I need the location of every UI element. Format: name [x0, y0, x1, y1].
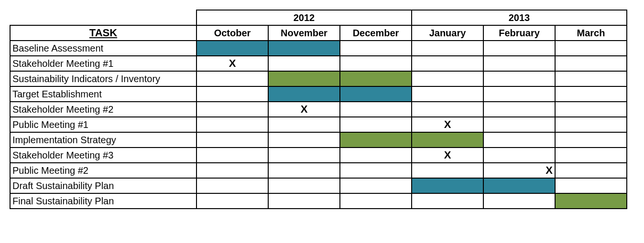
task-label: Final Sustainability Plan	[10, 193, 196, 209]
gantt-cell	[196, 117, 268, 132]
table-row: Public Meeting #2X	[10, 163, 627, 178]
table-row: Final Sustainability Plan	[10, 193, 627, 209]
table-row: Target Establishment	[10, 86, 627, 102]
gantt-cell	[268, 178, 340, 193]
gantt-cell	[412, 56, 483, 71]
gantt-cell: X	[196, 56, 268, 71]
gantt-cell	[555, 148, 627, 163]
month-november: November	[268, 25, 340, 41]
gantt-cell: X	[483, 163, 555, 178]
year-2013: 2013	[412, 10, 627, 25]
gantt-cell	[340, 178, 412, 193]
gantt-cell: X	[412, 148, 483, 163]
gantt-cell	[483, 132, 555, 148]
gantt-cell	[555, 132, 627, 148]
gantt-cell	[555, 102, 627, 117]
gantt-cell	[483, 117, 555, 132]
blank-top-left	[10, 10, 196, 25]
gantt-body: Baseline AssessmentStakeholder Meeting #…	[10, 41, 627, 209]
gantt-cell	[483, 71, 555, 86]
gantt-cell	[196, 132, 268, 148]
table-row: Public Meeting #1X	[10, 117, 627, 132]
gantt-cell	[483, 178, 555, 193]
gantt-cell	[412, 86, 483, 102]
gantt-cell	[268, 71, 340, 86]
gantt-cell	[483, 86, 555, 102]
task-label: Public Meeting #1	[10, 117, 196, 132]
gantt-cell	[340, 132, 412, 148]
gantt-cell	[483, 148, 555, 163]
gantt-cell	[555, 86, 627, 102]
gantt-cell	[196, 86, 268, 102]
gantt-cell	[483, 193, 555, 209]
gantt-cell	[268, 41, 340, 56]
gantt-cell	[412, 71, 483, 86]
gantt-cell	[412, 41, 483, 56]
gantt-cell	[196, 163, 268, 178]
gantt-cell	[340, 102, 412, 117]
month-october: October	[196, 25, 268, 41]
gantt-cell	[555, 117, 627, 132]
gantt-cell	[340, 148, 412, 163]
gantt-cell	[268, 193, 340, 209]
table-row: Draft Sustainability Plan	[10, 178, 627, 193]
table-row: Stakeholder Meeting #3X	[10, 148, 627, 163]
gantt-cell	[412, 102, 483, 117]
gantt-cell	[196, 178, 268, 193]
gantt-cell	[340, 117, 412, 132]
task-label: Stakeholder Meeting #2	[10, 102, 196, 117]
gantt-cell	[555, 178, 627, 193]
month-march: March	[555, 25, 627, 41]
gantt-cell	[412, 178, 483, 193]
gantt-cell	[268, 148, 340, 163]
gantt-cell	[555, 56, 627, 71]
gantt-table: 2012 2013 TASK October November December…	[10, 10, 627, 209]
gantt-cell	[483, 41, 555, 56]
gantt-cell	[196, 148, 268, 163]
gantt-cell	[340, 163, 412, 178]
gantt-cell	[196, 71, 268, 86]
gantt-cell	[340, 71, 412, 86]
gantt-cell	[340, 56, 412, 71]
task-label: Public Meeting #2	[10, 163, 196, 178]
gantt-cell: X	[412, 117, 483, 132]
gantt-cell	[196, 193, 268, 209]
gantt-cell	[412, 163, 483, 178]
month-january: January	[412, 25, 483, 41]
year-header-row: 2012 2013	[10, 10, 627, 25]
gantt-cell	[555, 41, 627, 56]
gantt-cell	[268, 56, 340, 71]
gantt-cell	[555, 163, 627, 178]
table-row: Stakeholder Meeting #2X	[10, 102, 627, 117]
table-row: Baseline Assessment	[10, 41, 627, 56]
gantt-cell	[340, 193, 412, 209]
gantt-cell	[412, 193, 483, 209]
gantt-cell	[483, 56, 555, 71]
task-label: Implementation Strategy	[10, 132, 196, 148]
month-february: February	[483, 25, 555, 41]
task-label: Target Establishment	[10, 86, 196, 102]
gantt-cell	[268, 163, 340, 178]
year-2012: 2012	[196, 10, 412, 25]
gantt-cell	[340, 41, 412, 56]
gantt-cell	[555, 193, 627, 209]
task-label: Stakeholder Meeting #1	[10, 56, 196, 71]
task-header: TASK	[10, 25, 196, 41]
table-row: Stakeholder Meeting #1X	[10, 56, 627, 71]
month-december: December	[340, 25, 412, 41]
table-row: Implementation Strategy	[10, 132, 627, 148]
task-label: Sustainability Indicators / Inventory	[10, 71, 196, 86]
gantt-cell	[340, 86, 412, 102]
table-row: Sustainability Indicators / Inventory	[10, 71, 627, 86]
task-label: Baseline Assessment	[10, 41, 196, 56]
gantt-cell	[268, 132, 340, 148]
gantt-cell	[412, 132, 483, 148]
gantt-cell	[555, 71, 627, 86]
task-label: Draft Sustainability Plan	[10, 178, 196, 193]
task-label: Stakeholder Meeting #3	[10, 148, 196, 163]
gantt-cell	[196, 41, 268, 56]
gantt-cell	[196, 102, 268, 117]
gantt-cell	[483, 102, 555, 117]
gantt-cell	[268, 86, 340, 102]
month-header-row: TASK October November December January F…	[10, 25, 627, 41]
